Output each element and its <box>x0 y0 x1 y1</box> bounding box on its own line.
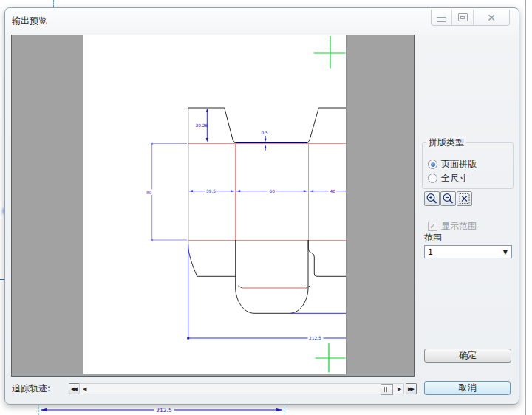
cancel-button-label: 取消 <box>459 382 477 394</box>
dimension-box-height <box>151 143 187 241</box>
zoom-in-button[interactable] <box>424 191 440 206</box>
preview-viewport[interactable]: 80 <box>11 35 415 377</box>
show-range-label: 显示范围 <box>441 220 477 233</box>
radio-unselected-icon <box>428 174 437 183</box>
dim-panel2: 60 <box>270 189 276 193</box>
radio-selected-icon <box>428 160 437 169</box>
register-cross-icon <box>314 36 346 373</box>
zoom-out-button[interactable] <box>440 191 456 206</box>
background-dimension-212: 212.5 <box>30 404 325 415</box>
imposition-type-label: 拼版类型 <box>426 137 466 149</box>
background-window-edge <box>525 0 526 415</box>
radio-full-size-label: 全尺寸 <box>441 172 468 185</box>
dim-flap-height: 30.26 <box>196 123 208 128</box>
chevron-down-icon: ▼ <box>503 249 511 255</box>
background-dimension-label: 212.5 <box>156 407 172 414</box>
maximize-button[interactable] <box>452 10 474 25</box>
dieline-drawing: 80 <box>83 35 346 374</box>
maximize-icon <box>458 13 468 21</box>
zoom-fit-button[interactable] <box>457 191 472 206</box>
close-button[interactable]: ✕ <box>474 10 509 25</box>
scrollbar-thumb[interactable] <box>381 384 393 395</box>
radio-full-size[interactable]: 全尺寸 <box>428 172 468 185</box>
checkbox-checked-icon: ✓ <box>428 222 437 231</box>
close-icon: ✕ <box>487 13 496 23</box>
right-arrow-icon[interactable]: ▶ <box>398 386 401 392</box>
trace-track-label: 追踪轨迹: <box>12 383 50 395</box>
dim-notch-gap: 0.5 <box>262 131 269 135</box>
double-left-arrow-icon: ◀◀ <box>71 386 76 392</box>
range-value: 1 <box>425 247 503 257</box>
dim-total-width: 212.5 <box>309 336 321 340</box>
dim-panel1: 39.5 <box>206 189 216 193</box>
scroll-last-button[interactable]: ▶▶ <box>406 383 417 394</box>
zoom-fit-icon <box>457 192 471 205</box>
zoom-out-icon <box>441 192 455 205</box>
radio-page-imposition[interactable]: 页面拼版 <box>428 158 477 171</box>
cancel-button[interactable]: 取消 <box>424 381 511 395</box>
cut-lines <box>188 108 346 313</box>
dim-panel3: 40 <box>330 189 336 193</box>
scroll-first-button[interactable]: ◀◀ <box>69 383 80 394</box>
preview-page: 80 <box>83 35 347 374</box>
range-label: 范围 <box>424 232 442 244</box>
show-range-checkbox: ✓ 显示范围 <box>428 220 477 233</box>
minimize-icon <box>437 17 446 22</box>
background-extension-line-top <box>53 0 54 7</box>
window-controls: ✕ <box>431 10 510 26</box>
radio-page-imposition-label: 页面拼版 <box>441 158 477 171</box>
left-arrow-icon[interactable]: ◀ <box>83 386 86 392</box>
dim-box-height-label: 80 <box>146 191 152 195</box>
ok-button[interactable]: 确定 <box>424 349 511 363</box>
minimize-button[interactable] <box>432 10 452 25</box>
dimension-labels: 30.26 0.5 39.5 60 40 212.5 <box>196 123 337 340</box>
scrollbar-track[interactable]: ◀ ▶ <box>79 383 404 394</box>
range-select[interactable]: 1 ▼ <box>424 245 512 258</box>
ok-button-label: 确定 <box>459 349 477 362</box>
double-right-arrow-icon: ▶▶ <box>408 386 413 392</box>
zoom-in-icon <box>425 192 439 205</box>
dialog-title: 输出预览 <box>12 15 47 27</box>
output-preview-dialog: 输出预览 ✕ <box>4 7 519 405</box>
